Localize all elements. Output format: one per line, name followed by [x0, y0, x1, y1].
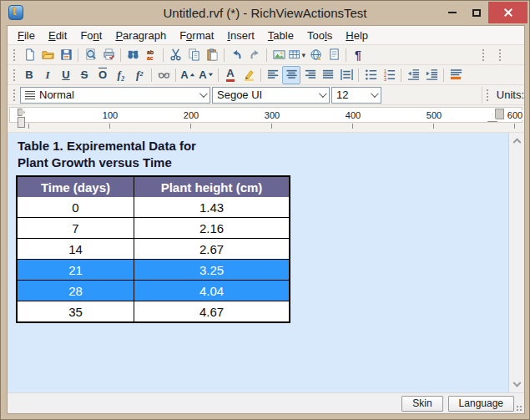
- strikethrough-icon[interactable]: S: [75, 66, 93, 84]
- toolbar-grip[interactable]: [13, 68, 16, 82]
- insert-picture-icon[interactable]: [270, 46, 288, 64]
- formatting-marks-icon[interactable]: ¶: [349, 46, 367, 64]
- redo-icon[interactable]: [245, 46, 264, 64]
- align-center-icon[interactable]: [282, 66, 300, 84]
- overline-icon[interactable]: O: [93, 66, 112, 84]
- numbering-icon[interactable]: 123: [380, 66, 398, 84]
- hidden-text-icon[interactable]: [154, 66, 173, 84]
- align-width-icon[interactable]: [337, 66, 356, 84]
- toolbar-separator: [224, 48, 225, 62]
- style-combo-value: Normal: [39, 89, 195, 101]
- italic-icon[interactable]: I: [38, 66, 57, 84]
- style-combo[interactable]: Normal: [20, 87, 210, 104]
- menu-help[interactable]: Help: [339, 28, 375, 43]
- font-combo[interactable]: Segoe UI: [212, 87, 330, 104]
- table-row: 284.04: [18, 280, 289, 301]
- outdent-icon[interactable]: [404, 66, 422, 84]
- table-header-time[interactable]: Time (days): [18, 177, 134, 197]
- ruler-number: 200: [182, 110, 200, 120]
- save-icon[interactable]: [57, 46, 75, 64]
- shrink-font-icon[interactable]: A: [197, 66, 215, 84]
- table-cell-height[interactable]: 4.67: [134, 301, 289, 321]
- maximize-button[interactable]: [465, 2, 488, 23]
- data-table[interactable]: Time (days) Plant height (cm) 01.4372.16…: [16, 175, 290, 323]
- menu-file[interactable]: File: [11, 28, 42, 43]
- table-cell-time[interactable]: 35: [18, 301, 134, 321]
- language-button[interactable]: Language: [448, 396, 514, 412]
- horizontal-ruler[interactable]: 100200300400500600: [8, 105, 524, 133]
- vertical-scrollbar[interactable]: [509, 133, 524, 392]
- right-margin-marker[interactable]: [495, 109, 504, 119]
- app-logo-icon: [8, 5, 23, 20]
- toolbar-grips[interactable]: [480, 48, 506, 62]
- undo-icon[interactable]: [227, 46, 245, 64]
- menu-paragraph[interactable]: Paragraph: [109, 28, 173, 43]
- open-icon[interactable]: [38, 46, 57, 64]
- table-cell-time[interactable]: 21: [18, 260, 134, 280]
- paragraph-shading-icon[interactable]: [447, 66, 465, 84]
- hyperlink-icon[interactable]: [306, 46, 325, 64]
- menu-edit[interactable]: Edit: [42, 28, 73, 43]
- app-window: Untitled.rvf (*) - RichViewActionsTest F…: [0, 0, 530, 420]
- menu-format[interactable]: Format: [173, 28, 220, 43]
- menu-table[interactable]: Table: [261, 28, 300, 43]
- skin-button[interactable]: Skin: [401, 396, 442, 412]
- superscript-icon[interactable]: f²: [130, 66, 149, 84]
- left-indent-marker[interactable]: [18, 117, 25, 128]
- align-right-icon[interactable]: [300, 66, 319, 84]
- status-bar: Skin Language: [8, 392, 524, 413]
- maximize-icon: [472, 9, 481, 17]
- toolbar-separator: [151, 68, 152, 82]
- justify-icon[interactable]: [319, 66, 337, 84]
- new-document-icon[interactable]: [20, 46, 38, 64]
- toolbar-grip[interactable]: [13, 48, 16, 62]
- replace-icon[interactable]: abac: [142, 46, 160, 64]
- ruler-subscale: [9, 124, 522, 131]
- chevron-down-icon: [371, 89, 379, 98]
- units-label: Units:: [497, 89, 524, 101]
- insert-document-icon[interactable]: [325, 46, 343, 64]
- underline-icon[interactable]: U: [57, 66, 75, 84]
- scroll-up-button[interactable]: [509, 133, 524, 147]
- table-cell-height[interactable]: 2.16: [134, 218, 289, 238]
- menu-tools[interactable]: Tools: [300, 28, 339, 43]
- close-button[interactable]: [488, 2, 527, 23]
- toolbar-grip[interactable]: [486, 89, 489, 102]
- minimize-button[interactable]: [441, 2, 464, 23]
- bold-icon[interactable]: B: [20, 66, 38, 84]
- align-left-icon[interactable]: [264, 66, 282, 84]
- font-size-combo[interactable]: 12: [331, 87, 381, 104]
- find-icon[interactable]: [124, 46, 142, 64]
- print-preview-icon[interactable]: [81, 46, 99, 64]
- menu-font[interactable]: Font: [73, 28, 109, 43]
- bullets-icon[interactable]: [361, 66, 380, 84]
- table-cell-height[interactable]: 1.43: [134, 197, 289, 217]
- table-header-height[interactable]: Plant height (cm): [134, 177, 289, 197]
- insert-table-icon[interactable]: ▾: [288, 46, 306, 64]
- cut-icon[interactable]: [166, 46, 184, 64]
- table-cell-time[interactable]: 28: [18, 281, 134, 301]
- copy-icon[interactable]: [184, 46, 203, 64]
- menu-insert[interactable]: Insert: [220, 28, 261, 43]
- subscript-icon[interactable]: f₂: [112, 66, 130, 84]
- document-area[interactable]: Table 1. Expiremental Data for Plant Gro…: [8, 133, 509, 392]
- table-caption[interactable]: Table 1. Expiremental Data for Plant Gro…: [18, 138, 196, 171]
- font-color-icon[interactable]: A: [221, 66, 240, 84]
- table-cell-time[interactable]: 0: [18, 197, 134, 217]
- paste-icon[interactable]: [203, 46, 221, 64]
- table-cell-height[interactable]: 3.25: [134, 260, 289, 280]
- table-cell-height[interactable]: 2.67: [134, 239, 289, 259]
- grow-font-icon[interactable]: A: [179, 66, 197, 84]
- print-icon[interactable]: [99, 46, 118, 64]
- table-cell-time[interactable]: 14: [18, 239, 134, 259]
- resize-grip[interactable]: [516, 405, 523, 412]
- indent-icon[interactable]: [422, 66, 441, 84]
- toolbar-separator: [175, 68, 176, 82]
- scroll-down-button[interactable]: [509, 378, 524, 392]
- table-cell-height[interactable]: 4.04: [134, 281, 289, 301]
- toolbar-separator: [346, 48, 346, 62]
- highlight-icon[interactable]: [240, 66, 258, 84]
- chevron-down-icon: [512, 379, 521, 387]
- table-cell-time[interactable]: 7: [18, 218, 134, 238]
- toolbar-grip[interactable]: [13, 89, 16, 102]
